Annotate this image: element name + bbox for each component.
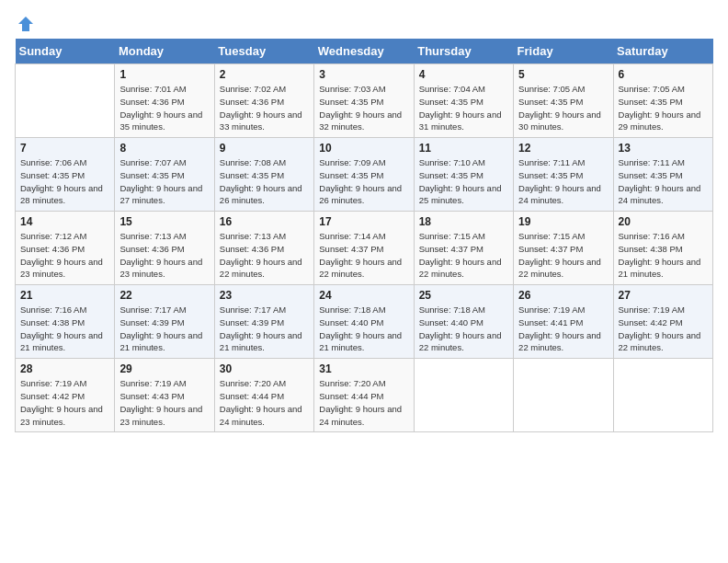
- calendar-cell: 18Sunrise: 7:15 AMSunset: 4:37 PMDayligh…: [414, 212, 513, 285]
- calendar-cell: 5Sunrise: 7:05 AMSunset: 4:35 PMDaylight…: [514, 64, 613, 138]
- day-number: 5: [518, 68, 608, 81]
- calendar-cell: [414, 359, 513, 432]
- day-info: Sunrise: 7:08 AMSunset: 4:35 PMDaylight:…: [220, 156, 309, 207]
- calendar-cell: [514, 359, 613, 432]
- calendar-cell: 17Sunrise: 7:14 AMSunset: 4:37 PMDayligh…: [314, 212, 414, 285]
- day-info: Sunrise: 7:19 AMSunset: 4:41 PMDaylight:…: [518, 304, 608, 354]
- day-info: Sunrise: 7:20 AMSunset: 4:44 PMDaylight:…: [220, 377, 309, 428]
- day-number: 31: [319, 362, 408, 375]
- calendar-cell: 31Sunrise: 7:20 AMSunset: 4:44 PMDayligh…: [314, 359, 414, 432]
- calendar-cell: 20Sunrise: 7:16 AMSunset: 4:38 PMDayligh…: [613, 212, 712, 285]
- day-number: 1: [119, 68, 209, 81]
- day-info: Sunrise: 7:11 AMSunset: 4:35 PMDaylight:…: [619, 156, 708, 207]
- calendar-cell: 25Sunrise: 7:18 AMSunset: 4:40 PMDayligh…: [414, 285, 513, 359]
- weekday-header-saturday: Saturday: [613, 39, 712, 64]
- day-number: 12: [518, 142, 608, 155]
- calendar-cell: 30Sunrise: 7:20 AMSunset: 4:44 PMDayligh…: [214, 359, 313, 432]
- calendar-cell: 14Sunrise: 7:12 AMSunset: 4:36 PMDayligh…: [16, 212, 115, 285]
- day-info: Sunrise: 7:07 AMSunset: 4:35 PMDaylight:…: [119, 156, 209, 207]
- day-number: 24: [319, 289, 408, 302]
- day-number: 28: [20, 362, 109, 375]
- calendar-cell: 24Sunrise: 7:18 AMSunset: 4:40 PMDayligh…: [314, 285, 414, 359]
- day-number: 9: [220, 142, 309, 155]
- calendar-cell: 12Sunrise: 7:11 AMSunset: 4:35 PMDayligh…: [514, 138, 613, 212]
- week-row-4: 21Sunrise: 7:16 AMSunset: 4:38 PMDayligh…: [16, 285, 713, 359]
- day-number: 23: [220, 289, 309, 302]
- day-info: Sunrise: 7:04 AMSunset: 4:35 PMDaylight:…: [419, 83, 508, 133]
- weekday-header-monday: Monday: [115, 39, 214, 64]
- day-number: 8: [119, 142, 209, 155]
- day-number: 10: [319, 142, 408, 155]
- calendar-cell: 4Sunrise: 7:04 AMSunset: 4:35 PMDaylight…: [414, 64, 513, 138]
- day-info: Sunrise: 7:15 AMSunset: 4:37 PMDaylight:…: [419, 230, 508, 281]
- day-info: Sunrise: 7:03 AMSunset: 4:35 PMDaylight:…: [319, 83, 408, 133]
- day-info: Sunrise: 7:01 AMSunset: 4:36 PMDaylight:…: [119, 83, 209, 133]
- calendar-cell: 9Sunrise: 7:08 AMSunset: 4:35 PMDaylight…: [214, 138, 313, 212]
- weekday-header-sunday: Sunday: [16, 39, 115, 64]
- logo: [15, 15, 37, 29]
- calendar-cell: 8Sunrise: 7:07 AMSunset: 4:35 PMDaylight…: [115, 138, 214, 212]
- day-info: Sunrise: 7:13 AMSunset: 4:36 PMDaylight:…: [220, 230, 309, 281]
- day-info: Sunrise: 7:15 AMSunset: 4:37 PMDaylight:…: [518, 230, 608, 281]
- day-number: 20: [619, 215, 708, 228]
- day-info: Sunrise: 7:20 AMSunset: 4:44 PMDaylight:…: [319, 377, 408, 428]
- day-info: Sunrise: 7:11 AMSunset: 4:35 PMDaylight:…: [518, 156, 608, 207]
- weekday-header-row: SundayMondayTuesdayWednesdayThursdayFrid…: [16, 39, 713, 64]
- weekday-header-thursday: Thursday: [414, 39, 513, 64]
- day-number: 4: [419, 68, 508, 81]
- calendar-cell: 29Sunrise: 7:19 AMSunset: 4:43 PMDayligh…: [115, 359, 214, 432]
- calendar-cell: 19Sunrise: 7:15 AMSunset: 4:37 PMDayligh…: [514, 212, 613, 285]
- day-number: 2: [220, 68, 309, 81]
- calendar-cell: 27Sunrise: 7:19 AMSunset: 4:42 PMDayligh…: [613, 285, 712, 359]
- day-number: 22: [119, 289, 209, 302]
- day-info: Sunrise: 7:16 AMSunset: 4:38 PMDaylight:…: [20, 304, 109, 354]
- day-number: 19: [518, 215, 608, 228]
- calendar-cell: 28Sunrise: 7:19 AMSunset: 4:42 PMDayligh…: [16, 359, 115, 432]
- week-row-3: 14Sunrise: 7:12 AMSunset: 4:36 PMDayligh…: [16, 212, 713, 285]
- day-number: 21: [20, 289, 109, 302]
- day-number: 30: [220, 362, 309, 375]
- weekday-header-friday: Friday: [514, 39, 613, 64]
- calendar-cell: 7Sunrise: 7:06 AMSunset: 4:35 PMDaylight…: [16, 138, 115, 212]
- day-info: Sunrise: 7:13 AMSunset: 4:36 PMDaylight:…: [119, 230, 209, 281]
- day-number: 18: [419, 215, 508, 228]
- day-info: Sunrise: 7:14 AMSunset: 4:37 PMDaylight:…: [319, 230, 408, 281]
- day-info: Sunrise: 7:19 AMSunset: 4:42 PMDaylight:…: [20, 377, 109, 428]
- calendar-cell: [16, 64, 115, 138]
- day-info: Sunrise: 7:18 AMSunset: 4:40 PMDaylight:…: [319, 304, 408, 354]
- day-info: Sunrise: 7:05 AMSunset: 4:35 PMDaylight:…: [518, 83, 608, 133]
- day-info: Sunrise: 7:17 AMSunset: 4:39 PMDaylight:…: [220, 304, 309, 354]
- logo-icon: [17, 15, 35, 33]
- weekday-header-tuesday: Tuesday: [214, 39, 313, 64]
- calendar-cell: 22Sunrise: 7:17 AMSunset: 4:39 PMDayligh…: [115, 285, 214, 359]
- day-info: Sunrise: 7:06 AMSunset: 4:35 PMDaylight:…: [20, 156, 109, 207]
- day-number: 29: [119, 362, 209, 375]
- day-info: Sunrise: 7:18 AMSunset: 4:40 PMDaylight:…: [419, 304, 508, 354]
- day-info: Sunrise: 7:19 AMSunset: 4:42 PMDaylight:…: [619, 304, 708, 354]
- day-number: 14: [20, 215, 109, 228]
- calendar-cell: 26Sunrise: 7:19 AMSunset: 4:41 PMDayligh…: [514, 285, 613, 359]
- day-number: 17: [319, 215, 408, 228]
- calendar-cell: 11Sunrise: 7:10 AMSunset: 4:35 PMDayligh…: [414, 138, 513, 212]
- week-row-5: 28Sunrise: 7:19 AMSunset: 4:42 PMDayligh…: [16, 359, 713, 432]
- calendar-cell: 3Sunrise: 7:03 AMSunset: 4:35 PMDaylight…: [314, 64, 414, 138]
- calendar-table: SundayMondayTuesdayWednesdayThursdayFrid…: [15, 39, 713, 432]
- day-number: 6: [619, 68, 708, 81]
- calendar-cell: 6Sunrise: 7:05 AMSunset: 4:35 PMDaylight…: [613, 64, 712, 138]
- day-number: 15: [119, 215, 209, 228]
- day-number: 13: [619, 142, 708, 155]
- day-number: 16: [220, 215, 309, 228]
- week-row-1: 1Sunrise: 7:01 AMSunset: 4:36 PMDaylight…: [16, 64, 713, 138]
- day-number: 3: [319, 68, 408, 81]
- day-number: 27: [619, 289, 708, 302]
- calendar-cell: 16Sunrise: 7:13 AMSunset: 4:36 PMDayligh…: [214, 212, 313, 285]
- day-number: 7: [20, 142, 109, 155]
- day-info: Sunrise: 7:05 AMSunset: 4:35 PMDaylight:…: [619, 83, 708, 133]
- calendar-cell: 2Sunrise: 7:02 AMSunset: 4:36 PMDaylight…: [214, 64, 313, 138]
- day-number: 26: [518, 289, 608, 302]
- day-info: Sunrise: 7:17 AMSunset: 4:39 PMDaylight:…: [119, 304, 209, 354]
- day-info: Sunrise: 7:02 AMSunset: 4:36 PMDaylight:…: [220, 83, 309, 133]
- weekday-header-wednesday: Wednesday: [314, 39, 414, 64]
- week-row-2: 7Sunrise: 7:06 AMSunset: 4:35 PMDaylight…: [16, 138, 713, 212]
- day-info: Sunrise: 7:09 AMSunset: 4:35 PMDaylight:…: [319, 156, 408, 207]
